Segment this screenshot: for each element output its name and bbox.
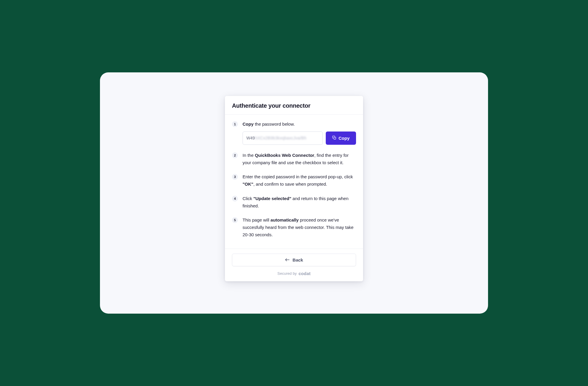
copy-icon (332, 136, 336, 141)
password-field[interactable]: W49hXCx2B9b3kxqbaxcJva/Bh (243, 132, 323, 145)
step-5-pre: This page will (243, 217, 270, 222)
card-header: Authenticate your connector (225, 96, 363, 115)
password-row: W49hXCx2B9b3kxqbaxcJva/Bh Copy (243, 132, 356, 145)
app-background-panel: Authenticate your connector 1 Copy the p… (100, 72, 488, 314)
password-obscured: hXCx2B9b3kxqbaxcJva/Bh (255, 136, 306, 140)
arrow-left-icon (285, 257, 290, 262)
card-title: Authenticate your connector (232, 102, 356, 109)
secured-prefix: Secured by (278, 271, 297, 276)
step-number-badge: 2 (232, 152, 238, 158)
step-2-pre: In the (243, 153, 255, 158)
card-body: 1 Copy the password below. W49hXCx2B9b3k… (225, 115, 363, 249)
step-number-badge: 4 (232, 196, 238, 202)
step-2-bold: QuickBooks Web Connector (255, 153, 314, 158)
step-4-pre: Click (243, 196, 253, 201)
step-4-text: Click "Update selected" and return to th… (243, 195, 356, 210)
password-visible-prefix: W49 (246, 136, 255, 140)
back-button-label: Back (293, 257, 303, 262)
step-4-bold: "Update selected" (253, 196, 291, 201)
copy-button[interactable]: Copy (326, 132, 356, 145)
step-1: 1 Copy the password below. W49hXCx2B9b3k… (232, 121, 356, 145)
step-1-text: Copy the password below. W49hXCx2B9b3kxq… (243, 121, 356, 145)
step-3-pre: Enter the copied password in the passwor… (243, 174, 353, 179)
step-2-text: In the QuickBooks Web Connector, find th… (243, 152, 356, 167)
back-button[interactable]: Back (232, 254, 356, 266)
step-number-badge: 5 (232, 217, 238, 223)
step-3-text: Enter the copied password in the passwor… (243, 173, 356, 188)
step-4: 4 Click "Update selected" and return to … (232, 195, 356, 210)
step-5: 5 This page will automatically proceed o… (232, 217, 356, 238)
step-2: 2 In the QuickBooks Web Connector, find … (232, 152, 356, 167)
card-footer: Back Secured by codat (225, 249, 363, 281)
step-1-rest: the password below. (254, 122, 295, 127)
step-number-badge: 1 (232, 121, 238, 127)
step-1-bold: Copy (243, 122, 254, 127)
step-3: 3 Enter the copied password in the passw… (232, 173, 356, 188)
secured-by-line: Secured by codat (232, 271, 356, 276)
step-3-bold: "OK" (243, 182, 253, 187)
svg-rect-0 (334, 137, 336, 139)
secured-brand: codat (298, 271, 310, 276)
step-3-post: , and confirm to save when prompted. (253, 182, 327, 187)
step-5-text: This page will automatically proceed onc… (243, 217, 356, 238)
copy-button-label: Copy (339, 136, 350, 141)
auth-connector-card: Authenticate your connector 1 Copy the p… (225, 96, 363, 281)
step-number-badge: 3 (232, 174, 238, 180)
step-5-bold: automatically (270, 217, 299, 222)
